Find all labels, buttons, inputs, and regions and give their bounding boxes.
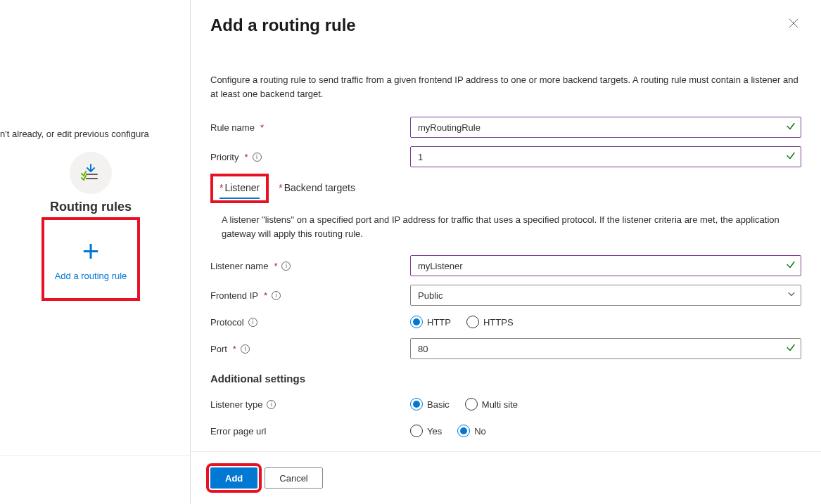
checkmark-icon	[786, 260, 796, 272]
listener-type-basic-radio[interactable]: Basic	[410, 398, 450, 411]
checkmark-icon	[786, 151, 796, 163]
add-button[interactable]: Add	[210, 467, 257, 489]
required-star: *	[279, 182, 282, 193]
info-icon[interactable]: i	[267, 400, 276, 409]
listener-type-label: Listener type	[210, 399, 262, 410]
tab-listener[interactable]: *Listener	[214, 178, 265, 199]
plus-icon: +	[82, 237, 100, 266]
info-icon[interactable]: i	[248, 318, 257, 327]
close-icon[interactable]	[786, 15, 801, 34]
protocol-https-radio[interactable]: HTTPS	[466, 316, 514, 328]
required-star: *	[274, 261, 277, 271]
panel-description: Configure a routing rule to send traffic…	[210, 73, 801, 101]
checkmark-icon	[786, 343, 796, 355]
truncated-prev-text: n't already, or edit previous configura	[0, 129, 190, 139]
priority-input[interactable]	[410, 146, 801, 167]
additional-settings-heading: Additional settings	[210, 373, 801, 385]
port-input[interactable]	[410, 338, 801, 359]
listener-name-input[interactable]	[410, 255, 801, 276]
listener-description: A listener "listens" on a specified port…	[222, 213, 801, 240]
routing-rule-panel: Add a routing rule Configure a routing r…	[190, 0, 821, 504]
cancel-button[interactable]: Cancel	[265, 467, 322, 489]
info-icon[interactable]: i	[272, 291, 281, 300]
frontend-ip-label: Frontend IP	[210, 290, 258, 301]
tab-backend-targets[interactable]: *Backend targets	[273, 178, 361, 199]
error-page-url-label: Error page url	[210, 426, 266, 437]
rule-name-label: Rule name	[210, 122, 255, 133]
rule-name-input[interactable]	[410, 117, 801, 138]
info-icon[interactable]: i	[281, 261, 291, 271]
frontend-ip-dropdown[interactable]: Public	[410, 285, 801, 306]
required-star: *	[260, 122, 264, 133]
required-star: *	[233, 344, 236, 354]
step-title: Routing rules	[50, 200, 132, 214]
port-label: Port	[210, 344, 227, 354]
chevron-down-icon	[787, 290, 796, 301]
add-routing-rule-label: Add a routing rule	[55, 271, 127, 281]
error-page-yes-radio[interactable]: Yes	[410, 425, 442, 437]
routing-rules-step-icon	[70, 152, 112, 194]
protocol-http-radio[interactable]: HTTP	[410, 316, 451, 328]
error-page-no-radio[interactable]: No	[457, 425, 486, 437]
info-icon[interactable]: i	[241, 344, 250, 354]
required-star: *	[244, 152, 248, 162]
priority-label: Priority	[210, 152, 238, 162]
protocol-label: Protocol	[210, 317, 244, 328]
add-routing-rule-card[interactable]: + Add a routing rule	[43, 219, 139, 299]
listener-name-label: Listener name	[210, 261, 268, 271]
required-star: *	[219, 182, 223, 193]
panel-title: Add a routing rule	[210, 15, 356, 35]
checkmark-icon	[786, 122, 796, 134]
required-star: *	[264, 290, 267, 301]
listener-type-multisite-radio[interactable]: Multi site	[465, 398, 518, 411]
info-icon[interactable]: i	[253, 153, 262, 162]
